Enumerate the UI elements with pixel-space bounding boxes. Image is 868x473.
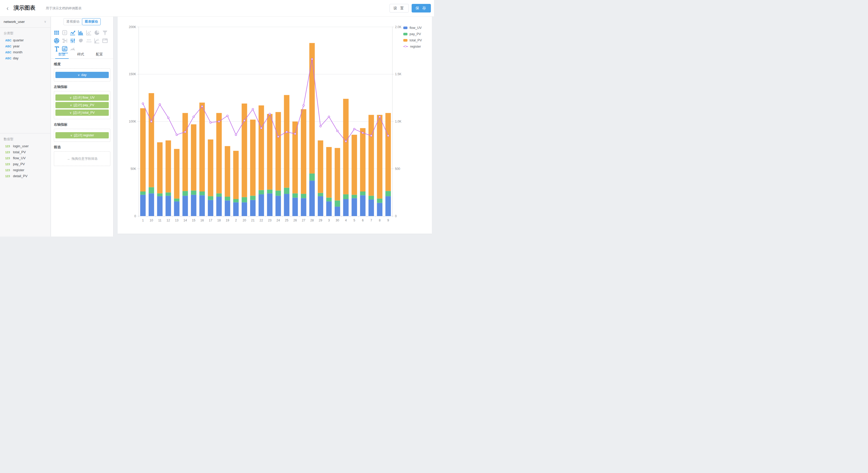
svg-text:100K: 100K [129, 120, 136, 123]
filter-dropzone[interactable]: → 拖拽任意字段筛选 [54, 151, 110, 166]
svg-text:0: 0 [134, 214, 136, 218]
gantt-chart-icon[interactable] [61, 37, 69, 45]
word-cloud-icon[interactable]: wordcloud [85, 37, 93, 45]
kpi-number-icon[interactable]: 8 [61, 29, 69, 37]
svg-text:27: 27 [302, 219, 306, 222]
svg-text:1.5K: 1.5K [395, 72, 401, 76]
dimension-field-section: 分类型 ABC quarterABC yearABC monthABC day [0, 28, 51, 61]
field-chip-总计flow_UV[interactable]: ∨[总计] flow_UV [55, 94, 109, 101]
field-type-icon: 123 [5, 145, 13, 148]
bar-chart-icon[interactable] [77, 29, 85, 37]
legend-item-flow_UV[interactable]: flow_UV [403, 25, 422, 31]
candlestick-chart-icon[interactable] [69, 37, 77, 45]
field-item-month[interactable]: ABC month [0, 49, 51, 55]
svg-text:4: 4 [345, 219, 347, 222]
field-name: pay_PV [13, 162, 25, 166]
field-name: quarter [13, 38, 24, 42]
svg-text:12: 12 [166, 219, 170, 222]
svg-text:17: 17 [209, 219, 213, 222]
field-type-icon: ABC [5, 51, 13, 54]
field-item-register[interactable]: 123 register [0, 167, 51, 173]
svg-text:5: 5 [353, 219, 355, 222]
svg-text:10: 10 [150, 219, 153, 222]
svg-text:1: 1 [142, 219, 144, 222]
iframe-widget-icon[interactable] [101, 37, 109, 45]
svg-text:30: 30 [336, 219, 339, 222]
funnel-chart-icon[interactable] [101, 29, 109, 37]
back-icon[interactable]: ‹ [4, 4, 11, 12]
svg-text:8: 8 [379, 219, 381, 222]
svg-text:7: 7 [370, 219, 372, 222]
svg-text:19: 19 [226, 219, 229, 222]
bubble-chart-icon[interactable] [93, 37, 101, 45]
svg-text:16: 16 [200, 219, 204, 222]
drive-mode-1[interactable]: 图表驱动 [82, 18, 101, 25]
legend-item-register[interactable]: register [403, 43, 422, 50]
pie-chart-icon[interactable] [93, 29, 101, 37]
filter-placeholder: 拖拽任意字段筛选 [71, 157, 98, 161]
field-chip-总计total_PV[interactable]: ∨[总计] total_PV [55, 109, 109, 116]
field-item-detail_PV[interactable]: 123 detail_PV [0, 173, 51, 179]
svg-text:0: 0 [395, 214, 397, 218]
measure-field-section: 数值型 123 login_user123 total_PV123 flow_U… [0, 133, 51, 179]
legend-swatch [403, 39, 407, 42]
chart-card: 050K100K150K200K05001.0K1.5K2.0K11011121… [118, 16, 432, 234]
right-axis-section-label: 右轴指标 [54, 122, 110, 127]
field-name: month [13, 50, 22, 54]
tab-数据[interactable]: 数据 [54, 50, 70, 59]
dataset-selector[interactable]: network_user ∨ [0, 17, 51, 28]
field-item-quarter[interactable]: ABC quarter [0, 37, 51, 43]
legend-item-pay_PV[interactable]: pay_PV [403, 31, 422, 37]
scatter-chart-icon[interactable] [85, 29, 93, 37]
svg-text:23: 23 [268, 219, 272, 222]
panel-tabs: 数据样式配置 [51, 50, 113, 59]
combo-chart-plot[interactable]: 050K100K150K200K05001.0K1.5K2.0K11011121… [118, 16, 432, 234]
settings-button[interactable]: 设 置 [390, 4, 409, 12]
dimension-dropzone[interactable]: ∨day [54, 68, 110, 82]
svg-text:cloud: cloud [86, 40, 91, 43]
line-chart-icon[interactable] [69, 29, 77, 37]
chevron-down-icon: ∨ [78, 73, 80, 77]
field-chip-day[interactable]: ∨day [55, 72, 109, 78]
left-axis-section-label: 左轴指标 [54, 85, 110, 89]
arrow-right-icon: → [67, 157, 70, 161]
chevron-down-icon: ∨ [44, 20, 46, 24]
field-name: year [13, 44, 20, 48]
svg-text:8: 8 [64, 31, 66, 35]
field-item-total_PV[interactable]: 123 total_PV [0, 149, 51, 155]
legend-item-total_PV[interactable]: total_PV [403, 37, 422, 43]
tab-配置[interactable]: 配置 [92, 50, 107, 59]
right-axis-dropzone[interactable]: ∨[总计] register [54, 129, 110, 142]
field-item-login_user[interactable]: 123 login_user [0, 143, 51, 149]
svg-text:24: 24 [277, 219, 280, 222]
field-type-icon: 123 [5, 151, 13, 154]
page-subtitle: 用于演示文档的样例图表 [46, 6, 82, 11]
field-chip-总计pay_PV[interactable]: ∨[总计] pay_PV [55, 102, 109, 108]
table-chart-icon[interactable] [53, 29, 61, 37]
chart-type-grid: 8wordcloud [53, 29, 111, 53]
radar-chart-icon[interactable] [53, 37, 61, 45]
field-type-icon: 123 [5, 157, 13, 160]
field-name: login_user [13, 144, 29, 148]
drive-mode-0[interactable]: 透视驱动 [63, 18, 82, 25]
section-label: 数值型 [0, 133, 51, 143]
field-chip-总计register[interactable]: ∨[总计] register [55, 132, 109, 138]
svg-text:2.0K: 2.0K [395, 25, 401, 29]
field-type-icon: ABC [5, 57, 13, 60]
save-button[interactable]: 保 存 [412, 4, 431, 12]
chart-legend: flow_UVpay_PVtotal_PVregister [403, 25, 422, 50]
map-chart-icon[interactable] [77, 37, 85, 45]
field-type-icon: 123 [5, 175, 13, 178]
field-item-year[interactable]: ABC year [0, 43, 51, 49]
tab-样式[interactable]: 样式 [73, 50, 89, 59]
legend-label: flow_UV [409, 26, 422, 30]
field-item-flow_UV[interactable]: 123 flow_UV [0, 155, 51, 161]
left-axis-dropzone[interactable]: ∨[总计] flow_UV∨[总计] pay_PV∨[总计] total_PV [54, 91, 110, 119]
chevron-down-icon: ∨ [69, 111, 71, 115]
legend-label: total_PV [409, 38, 422, 42]
svg-text:22: 22 [260, 219, 263, 222]
svg-text:150K: 150K [129, 72, 136, 76]
field-item-day[interactable]: ABC day [0, 55, 51, 61]
svg-text:3: 3 [328, 219, 330, 222]
field-item-pay_PV[interactable]: 123 pay_PV [0, 161, 51, 167]
